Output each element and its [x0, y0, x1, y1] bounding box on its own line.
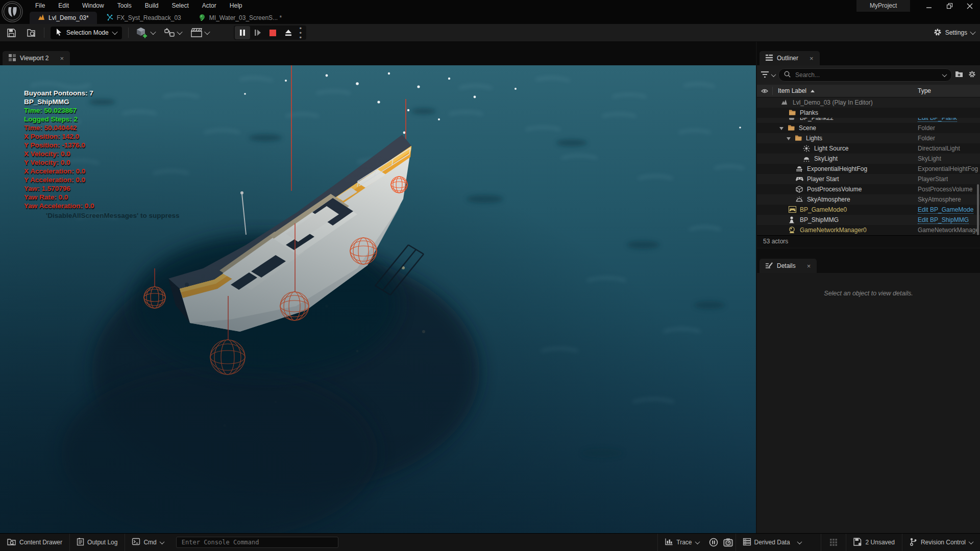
outliner-row-scene[interactable]: Scene Folder — [757, 123, 980, 133]
cinematics-button[interactable] — [188, 26, 212, 39]
menu-help[interactable]: Help — [223, 0, 249, 12]
browse-content-button[interactable] — [24, 26, 40, 39]
column-type[interactable]: Type — [918, 87, 931, 94]
play-options-kebab-icon[interactable]: ••• — [296, 26, 305, 39]
save-button[interactable] — [4, 26, 19, 39]
restore-button[interactable] — [939, 0, 960, 12]
chevron-down-icon — [159, 539, 164, 544]
filter-icon[interactable] — [761, 70, 769, 80]
add-actor-button[interactable] — [133, 26, 158, 39]
outliner-row-network-manager[interactable]: GameNetworkManager0 GameNetworkManager — [757, 225, 980, 235]
chevron-down-icon — [969, 539, 974, 544]
screen-message-remnant: 'DisableAllScreenMessages' to suppress — [46, 212, 180, 219]
branch-icon — [910, 538, 917, 547]
settings-dropdown[interactable]: Settings — [934, 24, 975, 41]
output-log-button[interactable]: Output Log — [70, 534, 125, 551]
menu-actor[interactable]: Actor — [195, 0, 223, 12]
outliner-settings-gear-icon[interactable] — [968, 70, 976, 80]
viewport-3d-scene[interactable]: Buyoant Pontoons: 7 BP_ShipMMG Time: 50.… — [0, 65, 756, 534]
close-icon[interactable]: × — [810, 55, 814, 62]
debug-stats-overlay: Buyoant Pontoons: 7 BP_ShipMMG Time: 50.… — [24, 89, 94, 210]
debug-line: Y Velocity: 0.0 — [24, 158, 94, 167]
menu-edit[interactable]: Edit — [52, 0, 76, 12]
expander-arrow-icon[interactable] — [787, 137, 791, 140]
tab-viewport-2[interactable]: Viewport 2 × — [3, 51, 70, 65]
tab-niagara-system[interactable]: FX_Syst_Readback_03 — [98, 12, 189, 24]
outliner-row-gamemode[interactable]: BP_GameMode0 Edit BP_GameMode — [757, 205, 980, 215]
chevron-down-icon — [797, 539, 802, 544]
asset-tab-bar: Lvl_Demo_03* FX_Syst_Readback_03 MI_Wate… — [0, 12, 980, 24]
close-icon[interactable]: × — [807, 262, 811, 270]
tab-material-instance[interactable]: MI_Water_03_ScreenS... * — [190, 12, 290, 24]
chevron-down-icon — [112, 29, 117, 35]
debug-line: Buyoant Pontoons: 7 — [24, 89, 94, 97]
network-manager-icon — [789, 227, 796, 234]
console-input[interactable] — [181, 538, 334, 546]
edit-blueprint-link[interactable]: Edit BP_GameMode — [918, 206, 973, 214]
eject-button[interactable] — [281, 26, 296, 39]
outliner-row-postprocess[interactable]: PostProcessVolume PostProcessVolume — [757, 184, 980, 194]
folder-icon — [789, 109, 796, 116]
ocean-boat-render — [0, 65, 756, 534]
chevron-down-icon[interactable] — [771, 72, 776, 77]
debug-line: Yaw: 1.570796 — [24, 184, 94, 193]
derived-data-dropdown[interactable]: Derived Data — [736, 534, 808, 551]
outliner-header[interactable]: Item Label Type — [757, 85, 980, 97]
trace-pause-button[interactable] — [706, 534, 721, 551]
revision-control-dropdown[interactable]: Revision Control — [902, 534, 980, 551]
blueprints-button[interactable] — [161, 26, 185, 39]
debug-line: X Acceleration: 0.0 — [24, 167, 94, 176]
pause-button[interactable] — [235, 26, 250, 39]
expander-arrow-icon[interactable] — [779, 127, 783, 130]
outliner-row-plank-clipped[interactable]: BP_Plank22 Edit BP_Plank — [757, 118, 980, 123]
minimize-button[interactable] — [919, 0, 939, 12]
menu-window[interactable]: Window — [76, 0, 111, 12]
debug-line: Logged Steps: 2 — [24, 115, 94, 123]
outliner-row-skylight[interactable]: SkyLight SkyLight — [757, 154, 980, 164]
terminal-icon — [132, 538, 140, 546]
edit-blueprint-link[interactable]: Edit BP_Plank — [918, 118, 957, 122]
outliner-search[interactable] — [778, 68, 952, 82]
outliner-row-world[interactable]: Lvl_Demo_03 (Play In Editor) — [757, 97, 980, 108]
unsaved-changes-button[interactable]: 2 Unsaved — [846, 534, 902, 551]
trace-snapshot-button[interactable] — [721, 534, 736, 551]
menu-file[interactable]: File — [29, 0, 52, 12]
insights-grid-icon[interactable] — [821, 534, 846, 551]
menu-build[interactable]: Build — [138, 0, 165, 12]
close-button[interactable] — [960, 0, 980, 12]
edit-blueprint-link[interactable]: Edit BP_ShipMMG — [918, 216, 969, 224]
debug-line: Time: 50.023867 — [24, 106, 94, 115]
right-dock: Outliner × Item Label Type — [757, 41, 980, 534]
stop-button[interactable] — [265, 26, 281, 39]
outliner-list-icon — [766, 55, 773, 62]
tab-details[interactable]: Details × — [760, 259, 817, 273]
outliner-row-lights[interactable]: Lights Folder — [757, 133, 980, 143]
outliner-row-planks[interactable]: Planks — [757, 108, 980, 118]
selection-mode-dropdown[interactable]: Selection Mode — [51, 27, 122, 39]
outliner-scrollbar[interactable] — [977, 184, 979, 235]
outliner-row-player-start[interactable]: Player Start PlayerStart — [757, 174, 980, 184]
frame-skip-button[interactable] — [250, 26, 265, 39]
chevron-down-icon — [177, 29, 182, 35]
search-input[interactable] — [794, 71, 939, 79]
tab-outliner[interactable]: Outliner × — [760, 51, 820, 65]
pawn-icon — [789, 216, 796, 223]
console-command-input[interactable] — [176, 537, 338, 548]
chevron-down-icon[interactable] — [942, 72, 947, 77]
tab-level[interactable]: Lvl_Demo_03* — [30, 12, 97, 24]
content-drawer-button[interactable]: Content Drawer — [0, 534, 69, 551]
close-icon[interactable]: × — [60, 55, 64, 62]
eye-icon[interactable] — [757, 87, 773, 95]
cmd-dropdown[interactable]: Cmd — [125, 534, 170, 551]
outliner-row-sky-atmosphere[interactable]: SkyAtmosphere SkyAtmosphere — [757, 194, 980, 205]
trace-dropdown[interactable]: Trace — [658, 534, 706, 551]
unreal-engine-logo-icon[interactable] — [2, 1, 23, 22]
outliner-row-ship[interactable]: BP_ShipMMG Edit BP_ShipMMG — [757, 215, 980, 225]
level-icon — [38, 14, 45, 22]
outliner-row-light-source[interactable]: Light Source DirectionalLight — [757, 143, 980, 154]
menu-select[interactable]: Select — [165, 0, 195, 12]
new-folder-icon[interactable] — [955, 70, 963, 80]
outliner-row-fog[interactable]: ExponentialHeightFog ExponentialHeightFo… — [757, 164, 980, 174]
menu-tools[interactable]: Tools — [111, 0, 138, 12]
column-item-label[interactable]: Item Label — [778, 87, 806, 94]
